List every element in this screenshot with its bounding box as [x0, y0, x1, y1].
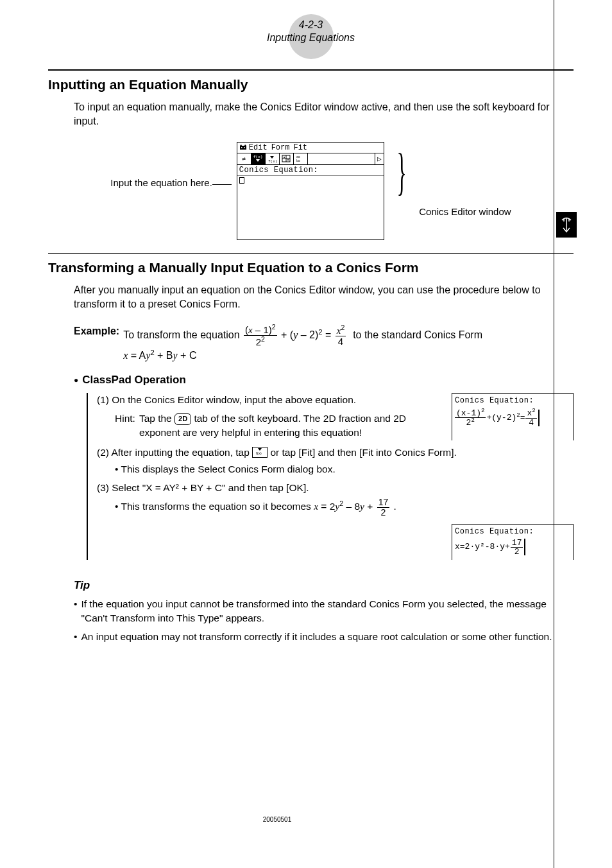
example-label: Example: — [74, 324, 119, 339]
fit-toolbar-icon: f(x) — [252, 447, 268, 458]
snippet-input-equation: Conics Equation: (x-1)222 +(y-2)2= x24 — [452, 393, 574, 440]
tip-heading: Tip — [74, 579, 574, 592]
snippet1-title: Conics Equation: — [455, 395, 570, 406]
svg-text:f(x): f(x) — [268, 159, 277, 163]
toolbar-btn-fx-down[interactable]: f(x) — [251, 153, 266, 164]
snippet2-title: Conics Equation: — [455, 526, 570, 537]
classpad-operation-heading: ClassPad Operation — [74, 374, 574, 386]
svg-point-10 — [287, 159, 289, 161]
tip-item-1: If the equation you input cannot be tran… — [81, 597, 574, 625]
toolbar-btn-arrows[interactable]: ⇄ — [237, 153, 251, 164]
intro-transform: After you manually input an equation on … — [74, 283, 574, 312]
toolbar-btn-grid[interactable] — [280, 153, 294, 164]
snippet2-equation: x=2·y²-8·y+ 172 — [455, 539, 570, 556]
step-2: (2) After inputting the equation, tap f(… — [97, 446, 574, 477]
svg-point-9 — [284, 157, 285, 158]
toolbar-btn-list[interactable]: a≡b≡ — [294, 153, 308, 164]
section-title: Inputting Equations — [247, 32, 375, 44]
snippet-result-equation: Conics Equation: x=2·y²-8·y+ 172 — [452, 524, 574, 560]
toolbar-btn-fit-icon[interactable]: f(x) — [266, 153, 280, 164]
editor-toolbar: ⇄ f(x) f(x) a≡b≡ ▷ — [237, 153, 384, 165]
step-3: (3) Select "X = AY² + BY + C" and then t… — [97, 481, 574, 517]
section-number: 4-2-3 — [247, 19, 375, 31]
editor-input-area[interactable] — [237, 175, 384, 239]
brace-icon: } — [389, 142, 414, 182]
footer-date: 20050501 — [0, 816, 554, 823]
menu-form[interactable]: Form — [271, 143, 290, 152]
hint-label: Hint: — [115, 412, 135, 440]
svg-text:f(x): f(x) — [253, 155, 262, 159]
heading-manual-input: Inputting an Equation Manually — [48, 77, 574, 92]
tip-list: If the equation you input cannot be tran… — [74, 597, 574, 644]
operation-steps: (1) On the Conics Editor window, input t… — [87, 393, 574, 560]
svg-rect-2 — [241, 147, 242, 148]
page-right-rule — [554, 0, 554, 868]
svg-text:f(x): f(x) — [256, 451, 262, 455]
snippet1-equation: (x-1)222 +(y-2)2= x24 — [455, 408, 570, 428]
divider — [48, 69, 574, 71]
toolbar-arrow-right[interactable]: ▷ — [375, 153, 384, 164]
cat-icon[interactable] — [239, 144, 248, 151]
page-header: 4-2-3 Inputting Equations — [247, 19, 375, 44]
example-block: Example: To transform the equation (x – … — [74, 324, 574, 364]
key-2d-icon: 2D — [174, 413, 191, 425]
svg-text:b≡: b≡ — [296, 159, 300, 162]
divider — [48, 253, 574, 254]
editor-menu-bar[interactable]: Edit Form Fit — [237, 143, 384, 153]
thumb-tab-icon — [556, 212, 577, 238]
editor-panel-label: Conics Equation: — [237, 165, 384, 175]
tip-item-2: An input equation may not transform corr… — [81, 630, 552, 644]
conics-editor-window: Edit Form Fit ⇄ f(x) f(x) a≡b≡ ▷ — [237, 142, 384, 240]
svg-rect-3 — [244, 147, 245, 148]
menu-edit[interactable]: Edit — [249, 143, 268, 152]
step-1: (1) On the Conics Editor window, input t… — [97, 393, 443, 407]
example-body: To transform the equation (x – 1)222 + (… — [123, 324, 482, 364]
text-cursor — [239, 177, 244, 184]
intro-manual-input: To input an equation manually, make the … — [74, 100, 574, 129]
heading-transform: Transforming a Manually Input Equation t… — [48, 260, 574, 275]
caption-editor-window: Conics Editor window — [419, 142, 511, 217]
hint-text: Tap the 2D tab of the soft keyboard. The… — [139, 412, 443, 440]
menu-fit[interactable]: Fit — [293, 143, 307, 152]
leader-line — [212, 184, 232, 185]
caption-input-here: Input the equation here. — [110, 142, 212, 188]
